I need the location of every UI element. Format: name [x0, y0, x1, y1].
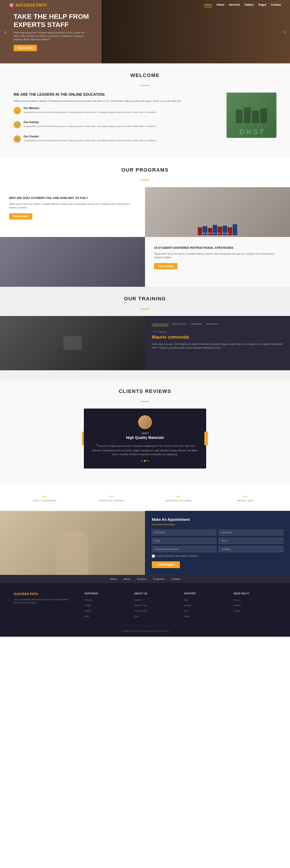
footer-nav-contact[interactable]: Contact: [171, 578, 180, 580]
footer-link-themes[interactable]: Themes: [85, 599, 92, 601]
footer-link-faq-support[interactable]: FAQ: [184, 610, 188, 612]
clients-divider: [141, 401, 149, 402]
program-card-4-button[interactable]: READ MORE: [154, 263, 177, 269]
hero-description: Etiam vitae augue otor. Ut laoreet ipsum…: [13, 31, 91, 41]
appointment-image: [0, 511, 145, 575]
newsletter-checkbox[interactable]: [152, 555, 155, 558]
copyright-text: Copyright © 2021 Company Name all rights…: [13, 630, 277, 632]
hero-next-arrow[interactable]: ›: [284, 29, 286, 34]
footer-brand: SUCCESS PATH sed ut perspiciatis unde om…: [13, 592, 78, 619]
stat-ct-label: CERTIFIED TEACHERS: [147, 499, 209, 502]
welcome-title: WELCOME: [0, 63, 290, 85]
dot-3[interactable]: [147, 460, 149, 462]
program-card-4-heading: 15 STUDENT-CENTERED INSTRUCTIONAL STRATE…: [154, 246, 281, 249]
mission-item: 🏆 Our Mission Suspendisse commodo nisl t…: [13, 106, 220, 118]
tab-best-teachers[interactable]: Best Teachers: [172, 323, 186, 326]
dot-2[interactable]: [144, 460, 146, 462]
email-input[interactable]: [152, 538, 216, 544]
footer-link-faq-about[interactable]: FAQ: [134, 615, 139, 617]
footer-col-support: SUPPORT Help Storage FAQ Guide: [184, 592, 227, 619]
hero-cta-button[interactable]: READ MORE: [13, 45, 37, 51]
tab-placements[interactable]: Placements: [206, 323, 218, 326]
vision-item: 🚌 Our Vission Suspendisse commodo nisl t…: [13, 135, 220, 146]
program-card-2: NEVER STOP LEAR...: [145, 187, 290, 237]
first-name-field: [152, 529, 216, 535]
training-content: Popular Courses Best Teachers Certificat…: [145, 316, 290, 370]
activity-item: ⚙️ Our Activity Suspendisse commodo nisl…: [13, 121, 220, 131]
activity-desc: Suspendisse commodo nisl tincidunt posue…: [24, 125, 156, 128]
footer-nav-services[interactable]: Services: [137, 578, 146, 580]
footer-link-gallery[interactable]: Gallery: [85, 610, 91, 612]
stats-section: — HAPPY CUSTOMERS — APPROVED COURSES — C…: [0, 484, 290, 511]
students-visual: [231, 103, 272, 128]
stat-happy-customers: — HAPPY CUSTOMERS: [13, 493, 76, 502]
footer-link-guide[interactable]: Guide: [184, 615, 190, 617]
footer-col-about-links: About Us Terms Of Use Privacy Policy FAQ: [134, 597, 177, 618]
footer-col-about: ABOUT US About Us Terms Of Use Privacy P…: [134, 592, 177, 619]
nav-home[interactable]: Home: [204, 3, 212, 7]
program-card-1: WHY DID THAT STUDENT FAIL AND HOW NOT TO…: [0, 187, 145, 237]
review-title: High Quality Materials: [91, 436, 199, 440]
training-course-name: Mauris commodo: [152, 335, 283, 340]
logo[interactable]: 🎯 SUCCESS PATH: [9, 3, 47, 8]
vision-title: Our Vission: [24, 135, 156, 138]
review-quote: " Praesent volutpat causa sit amet, cons…: [91, 442, 199, 456]
first-name-input[interactable]: [152, 529, 216, 535]
footer-col-partners: PARTNERS Themes Plugins Gallery Blog: [85, 592, 127, 619]
form-row-service: [152, 546, 283, 552]
stat-aw-label: AWARDS WON: [214, 499, 277, 502]
footer-link-blog[interactable]: Blog: [85, 615, 89, 617]
phone-input[interactable]: [219, 538, 283, 544]
footer-nav-about[interactable]: About: [123, 578, 130, 580]
footer: SUCCESS PATH sed ut perspiciatis unde om…: [0, 583, 290, 637]
review-accent-right: [204, 432, 208, 445]
newsletter-check: Please Send Me Latest News & Updates: [152, 555, 283, 558]
laptop-silhouette: [63, 336, 82, 350]
appointment-submit-button[interactable]: APPOINTMENT: [152, 561, 180, 568]
footer-link-plugins[interactable]: Plugins: [85, 604, 91, 607]
nav-contact[interactable]: Contact: [271, 3, 281, 7]
service-input[interactable]: [152, 546, 216, 552]
footer-col-partners-links: Themes Plugins Gallery Blog: [85, 597, 127, 618]
program-card-1-button[interactable]: READ MORE: [9, 213, 32, 220]
activity-content: Our Activity Suspendisse commodo nisl ti…: [24, 121, 156, 131]
date-field: [219, 546, 283, 552]
tab-popular-courses[interactable]: Popular Courses: [152, 323, 169, 326]
footer-link-storage[interactable]: Storage: [184, 604, 191, 607]
footer-link-help[interactable]: Help: [184, 599, 188, 601]
stat-ac-number: —: [81, 493, 143, 499]
footer-col-support-title: SUPPORT: [184, 592, 227, 595]
footer-nav-home[interactable]: Home: [110, 578, 117, 580]
footer-link-forum[interactable]: Forum: [234, 599, 239, 601]
student-1: [236, 110, 243, 123]
footer-link-amazon[interactable]: Amazon: [234, 604, 241, 607]
footer-link-contact[interactable]: Contact: [234, 610, 241, 612]
dot-1[interactable]: [141, 460, 143, 462]
footer-col-needhelp-links: Forum Amazon Contact: [234, 597, 277, 613]
review-name: Libero: [91, 432, 199, 435]
footer-brand-name: SUCCESS PATH: [13, 592, 78, 596]
activity-icon: ⚙️: [13, 121, 21, 128]
nav-services[interactable]: Services: [229, 3, 240, 7]
footer-col-needhelp-title: NEED HELP?: [234, 592, 277, 595]
welcome-img-placeholder: D N S T: [227, 93, 277, 138]
clients-title: CLIENTS REVIEWS: [0, 379, 290, 401]
programs-divider: [141, 180, 149, 180]
stat-aw-number: —: [214, 493, 277, 499]
nav-gallery[interactable]: Gallery: [244, 3, 254, 7]
last-name-input[interactable]: [219, 529, 283, 535]
nav-pages[interactable]: Pages: [258, 3, 266, 7]
vision-desc: Suspendisse commodo nisl tincidunt posue…: [24, 139, 156, 142]
hero-title: TAKE THE HELP FROM EXPERTS STAFF: [13, 12, 91, 29]
footer-nav-properties[interactable]: Properties: [153, 578, 165, 580]
appointment-form: Make An Appointment Personal Information: [145, 511, 290, 575]
footer-nav: Home About Services Properties Contact: [0, 575, 290, 583]
tab-certification[interactable]: Certification: [190, 323, 202, 326]
hero-prev-arrow[interactable]: ‹: [4, 29, 6, 34]
footer-col-about-title: ABOUT US: [134, 592, 177, 595]
footer-link-privacy[interactable]: Privacy Policy: [134, 610, 147, 612]
date-input[interactable]: [219, 546, 283, 552]
footer-link-terms[interactable]: Terms Of Use: [134, 604, 147, 607]
nav-about[interactable]: About: [216, 3, 224, 7]
footer-link-aboutus[interactable]: About Us: [134, 599, 143, 601]
